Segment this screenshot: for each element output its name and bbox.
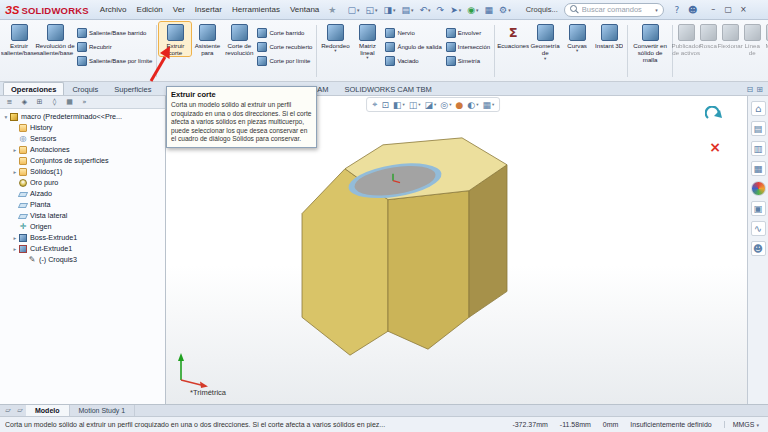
ribbon-revolución-de-saliente-base[interactable]: Revolución de saliente/base: [35, 22, 75, 56]
tab-operaciones[interactable]: Operaciones: [3, 82, 64, 95]
ribbon-simetría[interactable]: Simetría: [444, 54, 492, 68]
save-icon[interactable]: ◨▾: [381, 2, 397, 18]
user-icon[interactable]: ☻: [686, 3, 700, 17]
undo-icon[interactable]: ↶▾: [418, 2, 433, 18]
ribbon-ángulo-de-salida[interactable]: Ángulo de salida: [383, 40, 443, 54]
appearances-icon[interactable]: ●: [751, 181, 766, 196]
exit-sketch-icon[interactable]: [705, 106, 723, 122]
tree-item-origen[interactable]: ✛Origen: [0, 221, 165, 232]
file-explorer-icon[interactable]: ▥: [751, 141, 766, 156]
tree-item-vista-lateral[interactable]: Vista lateral: [0, 210, 165, 221]
tree-item-alzado[interactable]: Alzado: [0, 188, 165, 199]
ribbon-publicador-de-activos[interactable]: Publicador de activos: [675, 22, 697, 56]
rebuild-icon[interactable]: ◉▾: [465, 2, 480, 18]
print-icon[interactable]: ▤▾: [400, 2, 416, 18]
menu-herramientas[interactable]: Herramientas: [227, 0, 285, 20]
ribbon-corte-por-límite[interactable]: Corte por límite: [255, 54, 314, 68]
tree-item-sensors[interactable]: ◎Sensors: [0, 133, 165, 144]
favorites-icon[interactable]: ★: [328, 5, 336, 15]
expander-icon[interactable]: ▸: [11, 235, 19, 241]
ribbon-corte-de-revolución[interactable]: Corte de revolución: [223, 22, 255, 56]
ribbon-envolver[interactable]: Envolver: [444, 26, 492, 40]
options-icon[interactable]: ⚙▾: [497, 2, 513, 18]
select-icon[interactable]: ➤▾: [448, 2, 463, 18]
task-pane-home-icon[interactable]: ⌂: [751, 101, 766, 116]
tree-item-anotaciones[interactable]: ▸Anotaciones: [0, 144, 165, 155]
ribbon-vaciado[interactable]: Vaciado: [383, 54, 443, 68]
tab-featuremanager-icon[interactable]: ≡: [3, 97, 16, 108]
ribbon-curvas[interactable]: Curvas▾: [561, 22, 593, 54]
close-button[interactable]: ×: [736, 2, 751, 17]
tab-propertymanager-icon[interactable]: ◈: [18, 97, 31, 108]
new-document-icon[interactable]: ▢▾: [345, 2, 361, 18]
units-selector[interactable]: MMGS▾: [724, 421, 763, 428]
section-view-icon[interactable]: ◧▾: [392, 99, 406, 110]
ribbon-línea-de-partición[interactable]: Línea de partición: [741, 22, 763, 57]
cancel-icon[interactable]: ×: [709, 140, 721, 154]
ribbon-intersección[interactable]: Intersección: [444, 40, 492, 54]
tree-item-cut-extrude1[interactable]: ▸Cut-Extrude1: [0, 243, 165, 254]
display-pane-expand-icon[interactable]: ⊞: [756, 85, 763, 94]
tree-item-sólidos-1[interactable]: ▸Sólidos(1): [0, 166, 165, 177]
ribbon-convertir-en-sólido-de-malla[interactable]: Convertir en sólido de malla: [630, 22, 670, 63]
expander-icon[interactable]: ▸: [11, 246, 19, 252]
display-style-icon[interactable]: ◪▾: [424, 99, 438, 110]
toolbox-icon[interactable]: ∿: [751, 221, 766, 236]
tree-item-history[interactable]: History: [0, 122, 165, 133]
expander-icon[interactable]: ▸: [11, 147, 19, 153]
zoom-area-icon[interactable]: ⊡: [380, 99, 390, 110]
menu-insertar[interactable]: Insertar: [190, 0, 227, 20]
command-search[interactable]: Buscar comandos ▾: [564, 3, 664, 17]
tab-modelo[interactable]: Modelo: [26, 405, 70, 416]
file-properties-icon[interactable]: ▦: [483, 2, 496, 18]
ribbon-mover[interactable]: Mover: [763, 22, 768, 49]
design-library-icon[interactable]: ▤: [751, 121, 766, 136]
tree-item-croquis3[interactable]: ✎(-) Croquis3: [0, 254, 165, 265]
apply-scene-icon[interactable]: ◐▾: [466, 99, 479, 110]
tree-item-planta[interactable]: Planta: [0, 199, 165, 210]
sheet-tab-icon-1[interactable]: ▱: [2, 405, 14, 416]
menu-ver[interactable]: Ver: [168, 0, 190, 20]
ribbon-ecuaciones[interactable]: ΣEcuaciones: [497, 22, 529, 49]
zoom-fit-icon[interactable]: ⌖: [371, 99, 378, 110]
ribbon-redondeo[interactable]: Redondeo▾: [319, 22, 351, 54]
ribbon-corte-recubierto[interactable]: Corte recubierto: [255, 40, 314, 54]
hide-show-items-icon[interactable]: ◎▾: [439, 99, 452, 110]
ribbon-rosca[interactable]: Rosca: [697, 22, 719, 49]
ribbon-geometría-de-referencia[interactable]: Geometría de referencia▾: [529, 22, 561, 62]
tree-item-boss-extrude1[interactable]: ▸Boss-Extrude1: [0, 232, 165, 243]
ribbon-nervio[interactable]: Nervio: [383, 26, 443, 40]
restore-button[interactable]: ▢: [721, 2, 736, 17]
ribbon-extruir-saliente-base[interactable]: Extruir saliente/base: [3, 22, 35, 56]
redo-icon[interactable]: ↷: [435, 2, 447, 18]
ribbon-instant-3d[interactable]: Instant 3D: [593, 22, 625, 49]
minimize-button[interactable]: –: [706, 2, 721, 17]
view-palette-icon[interactable]: ▦: [751, 161, 766, 176]
open-icon[interactable]: ◱▾: [363, 2, 379, 18]
ribbon-flexionar[interactable]: Flexionar: [719, 22, 741, 49]
display-pane-collapse-icon[interactable]: ⊟: [747, 85, 754, 94]
tree-item-macro-predeterminado-pre[interactable]: ▾macro (Predeterminado<<Pre...: [0, 111, 165, 122]
menu-ventana[interactable]: Ventana: [285, 0, 324, 20]
tab-motion-study-1[interactable]: Motion Study 1: [70, 405, 136, 416]
tree-item-conjuntos-de-superficies[interactable]: Conjuntos de superficies: [0, 155, 165, 166]
view-orientation-icon[interactable]: ◫▾: [408, 99, 422, 110]
edit-appearance-icon[interactable]: ●: [454, 99, 464, 110]
menu-edición[interactable]: Edición: [132, 0, 168, 20]
tab-configurationmanager-icon[interactable]: ⊞: [33, 97, 46, 108]
menu-archivo[interactable]: Archivo: [95, 0, 132, 20]
sheet-tab-icon-2[interactable]: ▱: [14, 405, 26, 416]
tab-expand-icon[interactable]: »: [78, 97, 91, 108]
ribbon-saliente-base-barrido[interactable]: Saliente/Base barrido: [75, 26, 154, 40]
expander-icon[interactable]: ▾: [2, 114, 10, 120]
expander-icon[interactable]: ▸: [11, 169, 19, 175]
help-icon[interactable]: ?: [670, 3, 684, 17]
ribbon-corte-barrido[interactable]: Corte barrido: [255, 26, 314, 40]
tab-dimxpertmanager-icon[interactable]: ◊: [48, 97, 61, 108]
custom-properties-icon[interactable]: ▣: [751, 201, 766, 216]
search-caret-icon[interactable]: ▾: [655, 7, 658, 13]
view-settings-icon[interactable]: ▦▾: [481, 99, 495, 110]
forum-icon[interactable]: ☻: [751, 241, 766, 256]
tree-item-oro-puro[interactable]: Oro puro: [0, 177, 165, 188]
tab-displaymanager-icon[interactable]: ▦: [63, 97, 76, 108]
